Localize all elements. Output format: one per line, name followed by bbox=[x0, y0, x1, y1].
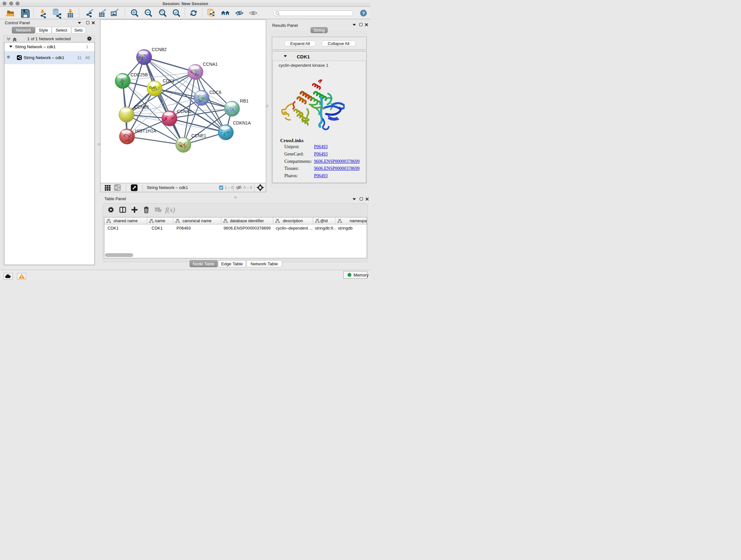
svg-text:1 – 0: 1 – 0 bbox=[225, 186, 233, 190]
svg-text:CDK1: CDK1 bbox=[163, 78, 175, 83]
svg-text:HIST1H1A: HIST1H1A bbox=[135, 129, 157, 133]
svg-text:CCNB1: CCNB1 bbox=[134, 105, 149, 110]
svg-text:CDKN1A: CDKN1A bbox=[233, 121, 251, 125]
svg-text:CCNE1: CCNE1 bbox=[192, 133, 206, 138]
svg-text:CCNA1: CCNA1 bbox=[203, 62, 218, 67]
svg-text:?: ? bbox=[362, 10, 365, 16]
svg-text:CDC25B: CDC25B bbox=[131, 72, 148, 77]
svg-text:0 – 0: 0 – 0 bbox=[244, 186, 252, 190]
svg-text:CCNB2: CCNB2 bbox=[152, 47, 167, 52]
svg-text:CDC6: CDC6 bbox=[209, 90, 221, 95]
svg-text:f(x): f(x) bbox=[165, 206, 175, 213]
svg-text:RB1: RB1 bbox=[240, 99, 249, 104]
svg-text:CCNA2: CCNA2 bbox=[177, 109, 192, 114]
svg-text:String Network – cdk1: String Network – cdk1 bbox=[147, 185, 188, 190]
